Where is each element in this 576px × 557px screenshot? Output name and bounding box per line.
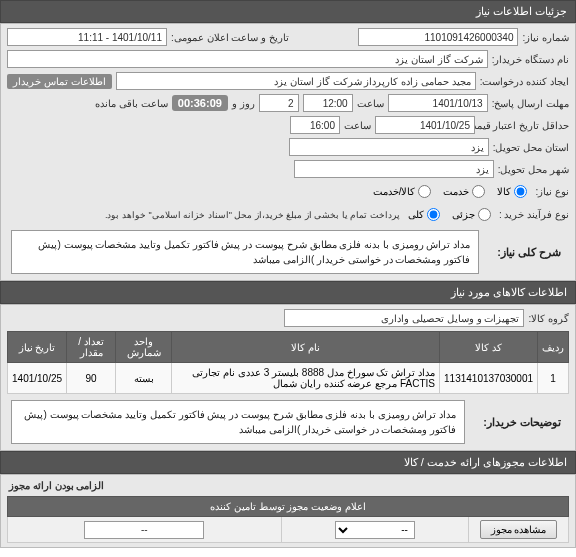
th-date: تاریخ نیاز bbox=[8, 332, 67, 363]
th-unit: واحد شمارش bbox=[116, 332, 172, 363]
desc-label: شرح کلی نیاز: bbox=[489, 242, 569, 263]
need-service-radio[interactable]: خدمت bbox=[443, 185, 485, 198]
purchase-full-radio[interactable]: کلی bbox=[408, 208, 440, 221]
delivery-prov-label: استان محل تحویل: bbox=[493, 142, 569, 153]
cell-unit: بسته bbox=[116, 363, 172, 394]
auth-panel: الزامی بودن ارائه مجوز اعلام وضعیت مجوز … bbox=[0, 474, 576, 548]
buyer-note-text: مداد تراش رومیزی با بدنه فلزی مطابق شرح … bbox=[11, 400, 465, 444]
table-row: مشاهده مجوز -- -- bbox=[8, 517, 569, 543]
panel-header: جزئیات اطلاعات نیاز bbox=[0, 0, 576, 23]
buyer-org-field: شرکت گاز استان یزد bbox=[7, 50, 488, 68]
th-row: ردیف bbox=[538, 332, 569, 363]
day-label: روز و bbox=[232, 98, 255, 109]
goods-panel-header: اطلاعات کالاهای مورد نیاز bbox=[0, 281, 576, 304]
countdown-timer: 00:36:09 bbox=[172, 95, 228, 111]
goods-panel: گروه کالا: تجهیزات و وسایل تحصیلی واداری… bbox=[0, 304, 576, 451]
buyer-org-label: نام دستگاه خریدار: bbox=[492, 54, 569, 65]
auth-status-select[interactable]: -- bbox=[335, 521, 415, 539]
group-field: تجهیزات و وسایل تحصیلی واداری bbox=[284, 309, 524, 327]
need-goods-radio[interactable]: کالا bbox=[497, 185, 527, 198]
need-type-radios: کالا خدمت کالا/خدمت bbox=[369, 182, 532, 201]
table-row[interactable]: 1 1131410137030001 مداد تراش تک سوراخ مد… bbox=[8, 363, 569, 394]
need-both-radio[interactable]: کالا/خدمت bbox=[373, 185, 432, 198]
time-label-2: ساعت bbox=[344, 120, 371, 131]
reply-time-field: 12:00 bbox=[303, 94, 353, 112]
valid-from-label: حداقل تاریخ اعتبار قیمت تا تاریخ: bbox=[479, 120, 569, 131]
auth-panel-header: اطلاعات مجوزهای ارائه خدمت / کالا bbox=[0, 451, 576, 474]
th-qty: تعداد / مقدار bbox=[67, 332, 116, 363]
purchase-partial-radio[interactable]: جزئی bbox=[452, 208, 491, 221]
delivery-prov-field: یزد bbox=[289, 138, 489, 156]
time-left-label: ساعت باقی مانده bbox=[95, 98, 168, 109]
purchase-type-label: نوع فرآیند خرید : bbox=[499, 209, 569, 220]
reply-date-field: 1401/10/13 bbox=[388, 94, 488, 112]
purchase-type-radios: جزئی کلی bbox=[404, 205, 495, 224]
pub-date-label: تاریخ و ساعت اعلان عمومی: bbox=[171, 32, 289, 43]
view-auth-button[interactable]: مشاهده مجوز bbox=[480, 520, 558, 539]
auth-table: اعلام وضعیت مجوز توسط تامین کننده مشاهده… bbox=[7, 496, 569, 543]
reply-deadline-label: مهلت ارسال پاسخ: bbox=[492, 98, 569, 109]
requester-label: ایجاد کننده درخواست: bbox=[480, 76, 569, 87]
cell-date: 1401/10/25 bbox=[8, 363, 67, 394]
cell-code: 1131410137030001 bbox=[440, 363, 538, 394]
desc-text: مداد تراش رومیزی با بدنه فلزی مطابق شرح … bbox=[11, 230, 479, 274]
group-label: گروه کالا: bbox=[528, 313, 569, 324]
req-number-label: شماره نیاز: bbox=[522, 32, 569, 43]
auth-th: اعلام وضعیت مجوز توسط تامین کننده bbox=[8, 497, 569, 517]
cell-name: مداد تراش تک سوراخ مدل 8888 بلیستر 3 عدد… bbox=[172, 363, 440, 394]
req-number-field: 1101091426000340 bbox=[358, 28, 518, 46]
auth-required-label: الزامی بودن ارائه مجوز bbox=[9, 480, 104, 491]
auth-val: -- bbox=[84, 521, 204, 539]
day-field: 2 bbox=[259, 94, 299, 112]
th-code: کد کالا bbox=[440, 332, 538, 363]
main-panel: شماره نیاز: 1101091426000340 تاریخ و ساع… bbox=[0, 23, 576, 281]
valid-time-field: 16:00 bbox=[290, 116, 340, 134]
contact-info-button[interactable]: اطلاعات تماس خریدار bbox=[7, 74, 112, 89]
buyer-note-label: توضیحات خریدار: bbox=[475, 412, 569, 433]
th-name: نام کالا bbox=[172, 332, 440, 363]
valid-date-field: 1401/10/25 bbox=[375, 116, 475, 134]
cell-row: 1 bbox=[538, 363, 569, 394]
need-type-label: نوع نیاز: bbox=[535, 186, 569, 197]
delivery-city-field: یزد bbox=[294, 160, 494, 178]
cell-qty: 90 bbox=[67, 363, 116, 394]
delivery-city-label: شهر محل تحویل: bbox=[498, 164, 569, 175]
goods-table: ردیف کد کالا نام کالا واحد شمارش تعداد /… bbox=[7, 331, 569, 394]
time-label-1: ساعت bbox=[357, 98, 384, 109]
pub-date-field: 1401/10/11 - 11:11 bbox=[7, 28, 167, 46]
purchase-note: پرداخت تمام یا بخشی از مبلغ خرید،از محل … bbox=[105, 210, 400, 220]
requester-field: مجید حمامی زاده کارپرداز شرکت گاز استان … bbox=[116, 72, 476, 90]
